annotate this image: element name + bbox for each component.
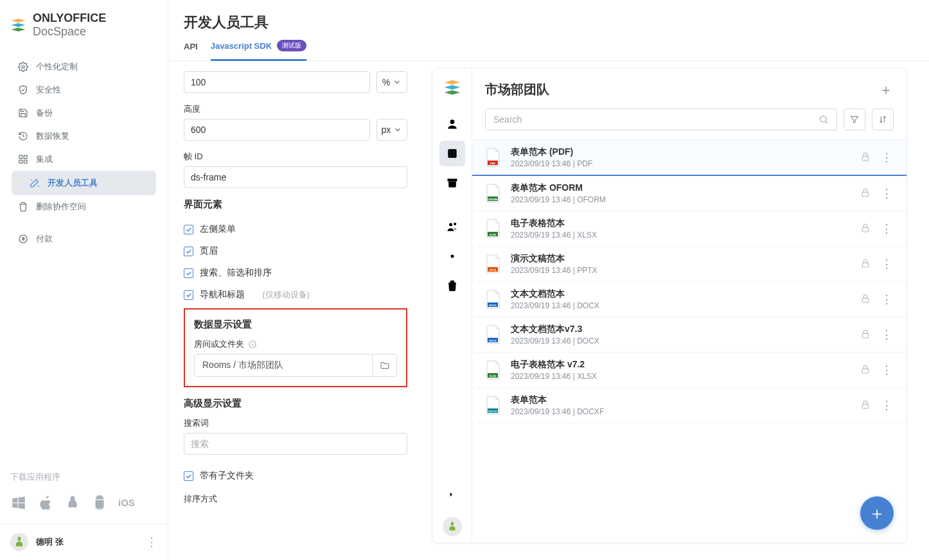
macos-icon[interactable] (37, 494, 54, 513)
trash-icon (18, 202, 28, 212)
info-icon[interactable] (248, 340, 257, 349)
file-row[interactable]: OFORM 表单范本 OFORM 2023/09/19 13:46 | OFOR… (472, 176, 907, 211)
lock-icon[interactable] (860, 364, 871, 376)
file-row[interactable]: DOCXF 表单范本 2023/09/19 13:46 | DOCXF ⋮ (472, 388, 907, 423)
file-row[interactable]: DOCX 文本文档范本v7.3 2023/09/19 13:46 | DOCX … (472, 317, 907, 353)
user-name: 德明 张 (36, 536, 64, 548)
preview-add-button[interactable]: ＋ (878, 82, 894, 98)
lock-icon[interactable] (860, 188, 871, 200)
width-input[interactable] (184, 71, 370, 93)
file-meta: 2023/09/19 13:46 | PPTX (511, 266, 851, 275)
lock-icon[interactable] (860, 258, 871, 270)
row-more-button[interactable]: ⋮ (880, 292, 894, 306)
lock-icon[interactable] (860, 223, 871, 235)
lock-icon[interactable] (860, 399, 871, 412)
rail-collapse-button[interactable] (432, 480, 472, 511)
svg-text:DOCX: DOCX (489, 339, 497, 342)
checkbox-icon (184, 268, 193, 278)
sort-button[interactable] (872, 109, 894, 130)
file-row[interactable]: DOCX 文本文档范本 2023/09/19 13:46 | DOCX ⋮ (472, 282, 907, 317)
file-row[interactable]: XLSX 电子表格范本 2023/09/19 13:46 | XLSX ⋮ (472, 211, 907, 247)
rail-item-accounts[interactable] (439, 214, 465, 240)
preview-logo[interactable] (432, 68, 472, 109)
logo-icon (443, 80, 461, 95)
settings-panel: % 高度 px 帧 ID 界面元素 左侧菜单 页眉 搜索、筛选 (168, 61, 423, 560)
avatar (10, 533, 28, 551)
width-unit-select[interactable]: % (376, 71, 407, 93)
linux-icon[interactable] (64, 494, 81, 513)
svg-point-17 (820, 116, 826, 122)
fab-add-button[interactable]: ＋ (860, 496, 894, 530)
sidebar-item-label: 删除协作空间 (36, 201, 86, 213)
tab-sdk[interactable]: Javascript SDK 测试版 (211, 40, 306, 61)
svg-point-14 (449, 223, 452, 226)
svg-rect-4 (24, 160, 27, 163)
rail-item-trash[interactable] (439, 273, 465, 299)
windows-icon[interactable] (10, 494, 27, 513)
svg-text:XLSX: XLSX (490, 374, 497, 378)
avatar-icon (447, 521, 458, 532)
checkbox-row-search[interactable]: 搜索、筛选和排序 (184, 262, 407, 284)
ios-icon[interactable]: iOS (118, 494, 135, 513)
file-row[interactable]: PPTX 演示文稿范本 2023/09/19 13:46 | PPTX ⋮ (472, 247, 907, 282)
sidebar-item-label: 开发人员工具 (48, 177, 98, 189)
lock-icon[interactable] (860, 293, 871, 306)
file-row[interactable]: XLSX 电子表格范本 v7.2 2023/09/19 13:46 | XLSX… (472, 353, 907, 388)
unit-label: px (382, 125, 391, 135)
sidebar-item-label: 备份 (36, 107, 53, 119)
preview-frame: 市场部团队 ＋ Search (432, 67, 907, 543)
sidebar-item-developer[interactable]: 开发人员工具 (12, 171, 156, 195)
file-icon: DOCX (485, 289, 502, 310)
android-icon[interactable] (91, 494, 108, 513)
row-more-button[interactable]: ⋮ (880, 150, 894, 164)
preview-avatar[interactable] (432, 511, 472, 543)
sidebar-item-backup[interactable]: 备份 (0, 101, 168, 125)
row-more-button[interactable]: ⋮ (880, 257, 894, 271)
svg-rect-32 (862, 298, 868, 302)
file-name: 文本文档范本 (511, 288, 851, 300)
frame-input[interactable] (184, 166, 407, 188)
row-more-button[interactable]: ⋮ (880, 398, 894, 412)
sidebar-item-security[interactable]: 安全性 (0, 78, 168, 101)
checkbox-row-nav[interactable]: 导航和标题 (仅移动设备) (184, 284, 407, 306)
sidebar-item-integration[interactable]: 集成 (0, 148, 168, 171)
rail-item-archive[interactable] (439, 170, 465, 196)
checkbox-row-subfolders[interactable]: 带有子文件夹 (184, 465, 407, 487)
rail-item-rooms[interactable] (439, 141, 465, 166)
logo[interactable]: ONLYOFFICE DocSpace (0, 0, 168, 50)
sidebar-item-customization[interactable]: 个性化定制 (0, 55, 168, 78)
payment-icon (18, 234, 28, 244)
checkbox-row-leftmenu[interactable]: 左侧菜单 (184, 218, 407, 240)
height-unit-select[interactable]: px (376, 119, 407, 141)
height-input[interactable] (184, 119, 370, 141)
sidebar-item-restore[interactable]: 数据恢复 (0, 125, 168, 148)
unit-label: % (382, 77, 390, 87)
folder-browse-button[interactable] (372, 354, 396, 376)
user-more-icon[interactable]: ⋮ (146, 535, 157, 549)
lock-icon[interactable] (860, 329, 871, 341)
svg-rect-2 (24, 155, 27, 159)
sidebar-item-label: 安全性 (36, 84, 61, 96)
checkbox-row-header[interactable]: 页眉 (184, 240, 407, 262)
rail-item-profile[interactable] (439, 111, 465, 137)
file-row[interactable]: PDF 表单范本 (PDF) 2023/09/19 13:46 | PDF ⋮ (472, 140, 907, 176)
lock-icon[interactable] (860, 152, 871, 164)
checkbox-icon (184, 471, 193, 481)
row-more-button[interactable]: ⋮ (880, 363, 894, 377)
preview-main: 市场部团队 ＋ Search (472, 68, 907, 543)
file-name: 表单范本 OFORM (511, 182, 851, 194)
sidebar-item-payments[interactable]: 付款 (0, 227, 168, 250)
rail-item-settings[interactable] (439, 243, 465, 269)
filter-button[interactable] (844, 109, 865, 130)
sidebar-item-label: 个性化定制 (36, 61, 78, 73)
preview-search-input[interactable]: Search (485, 109, 837, 130)
row-more-button[interactable]: ⋮ (880, 186, 894, 200)
room-selector[interactable]: Rooms / 市场部团队 (194, 354, 397, 377)
row-more-button[interactable]: ⋮ (880, 222, 894, 236)
tab-api[interactable]: API (184, 40, 198, 60)
sidebar-item-delete[interactable]: 删除协作空间 (0, 195, 168, 218)
row-more-button[interactable]: ⋮ (880, 328, 894, 342)
brand-bold: ONLYOFFICE (33, 12, 106, 24)
search-input[interactable] (184, 433, 407, 455)
user-bar[interactable]: 德明 张 ⋮ (0, 523, 168, 560)
